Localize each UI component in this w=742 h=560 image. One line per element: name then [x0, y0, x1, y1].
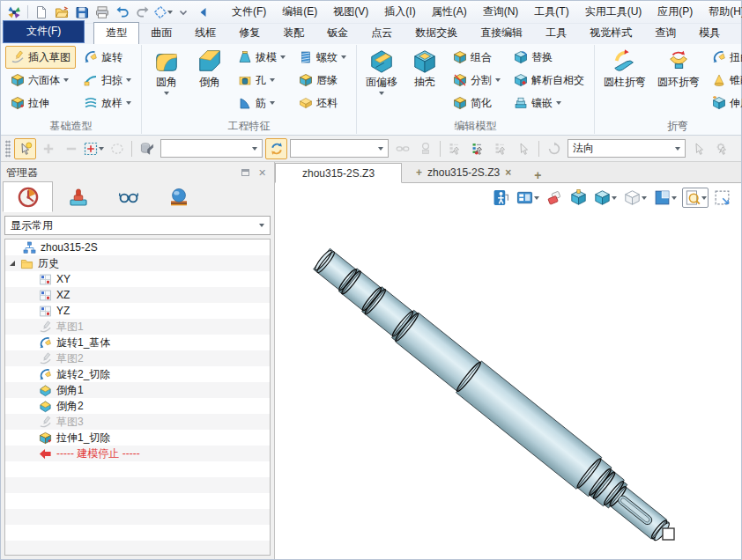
- button-lip[interactable]: 唇缘: [293, 69, 352, 92]
- menu-attributes[interactable]: 属性(A): [424, 1, 475, 23]
- customize-qat-button[interactable]: [174, 4, 193, 21]
- pick-filter-button[interactable]: [14, 138, 36, 159]
- menu-inquire[interactable]: 查询(N): [475, 1, 527, 23]
- entity-filter-button[interactable]: [136, 138, 158, 159]
- view-layout-button[interactable]: [652, 188, 679, 208]
- button-thread[interactable]: 螺纹: [293, 46, 352, 69]
- manager-tab-history[interactable]: [3, 181, 53, 212]
- button-revolve[interactable]: 旋转: [78, 46, 137, 69]
- menu-help[interactable]: 帮助(H): [701, 1, 742, 23]
- animation-button[interactable]: [515, 188, 541, 208]
- button-draft[interactable]: 拔模: [233, 46, 291, 69]
- button-simplify[interactable]: 简化: [448, 92, 506, 114]
- new-tab-button[interactable]: +: [525, 168, 550, 182]
- tree-item-model-stop[interactable]: ----- 建模停止 -----: [5, 446, 270, 461]
- selection-set-combo[interactable]: [290, 139, 389, 158]
- button-loft[interactable]: 放样: [78, 92, 137, 114]
- direction-combo[interactable]: 法向: [568, 139, 686, 158]
- undo-button[interactable]: [113, 4, 132, 21]
- tree-item-revolve1-base[interactable]: 旋转1_基体: [5, 335, 270, 350]
- ribbon-tab-visual-style[interactable]: 视觉样式: [578, 23, 643, 44]
- tree-item-plane-yz[interactable]: YZ: [5, 303, 270, 319]
- ribbon-tab-tools[interactable]: 工具: [534, 23, 578, 44]
- manager-close-button[interactable]: ✕: [256, 166, 269, 179]
- exit-part-button[interactable]: [491, 188, 511, 208]
- tree-item-sketch2[interactable]: 草图2: [5, 350, 270, 366]
- button-shell[interactable]: 抽壳: [404, 46, 445, 92]
- button-twist[interactable]: 扭曲: [707, 46, 742, 69]
- button-insert-sketch[interactable]: 插入草图: [5, 46, 76, 69]
- tree-item-history-folder[interactable]: 历史: [5, 255, 270, 271]
- ribbon-tab-data-exchange[interactable]: 数据交换: [404, 23, 469, 44]
- filter-combo[interactable]: [160, 139, 263, 158]
- ribbon-tab-point-cloud[interactable]: 点云: [360, 23, 404, 44]
- wireframe-display-button[interactable]: [622, 188, 649, 208]
- button-hole[interactable]: 孔: [233, 69, 291, 92]
- button-divide[interactable]: 分割: [448, 69, 506, 92]
- button-block[interactable]: 六面体: [5, 69, 76, 92]
- button-toroidal-bend[interactable]: 圆环折弯: [653, 46, 704, 92]
- collapse-button[interactable]: [194, 4, 213, 21]
- menu-file[interactable]: 文件(F): [224, 1, 274, 23]
- button-resolve-self-intersection[interactable]: 解析自相交: [508, 69, 590, 92]
- print-button[interactable]: [93, 4, 112, 21]
- open-file-button[interactable]: [52, 4, 71, 21]
- pick-list-active-button[interactable]: [467, 138, 489, 159]
- ribbon-tab-direct-edit[interactable]: 直接编辑: [469, 23, 534, 44]
- ribbon-tab-assembly[interactable]: 装配: [271, 23, 315, 44]
- ribbon-tab-mold[interactable]: 模具: [687, 23, 731, 44]
- tree-item-chamfer1[interactable]: 倒角1: [5, 382, 270, 398]
- tree-expander-icon[interactable]: [10, 261, 15, 266]
- tree-item-chamfer2[interactable]: 倒角2: [5, 398, 270, 414]
- manager-tab-visibility[interactable]: [103, 182, 153, 212]
- document-tab-doc-1[interactable]: zhou315-2S.Z3: [275, 163, 402, 183]
- menu-edit[interactable]: 编辑(E): [274, 1, 325, 23]
- ribbon-tab-surface[interactable]: 曲面: [139, 23, 183, 44]
- menu-tools[interactable]: 工具(T): [526, 1, 576, 23]
- new-document-button[interactable]: [32, 4, 51, 21]
- auto-regen-button[interactable]: [265, 138, 287, 159]
- tree-item-plane-xy[interactable]: XY: [5, 271, 270, 287]
- box-pick-button[interactable]: [83, 138, 105, 159]
- model-viewport[interactable]: [275, 183, 741, 559]
- button-taper[interactable]: 锥削: [707, 69, 742, 92]
- shaded-display-button[interactable]: [592, 188, 619, 208]
- document-tab-doc-2[interactable]: +zhou315-2S.Z3×: [402, 162, 525, 182]
- button-combine[interactable]: 组合: [448, 46, 506, 69]
- pick-target-button[interactable]: [153, 4, 173, 21]
- menu-view[interactable]: 视图(V): [325, 1, 376, 23]
- ribbon-tab-inquire[interactable]: 查询: [643, 23, 687, 44]
- toolbar-drag-handle[interactable]: [5, 140, 11, 158]
- save-file-button[interactable]: [72, 4, 92, 21]
- tree-item-revolve2-cut[interactable]: 旋转2_切除: [5, 366, 270, 382]
- display-filter-dropdown[interactable]: 显示常用: [4, 216, 271, 235]
- button-cylindrical-bend[interactable]: 圆柱折弯: [599, 46, 650, 92]
- manager-tab-input[interactable]: [53, 182, 103, 212]
- button-extrude[interactable]: 拉伸: [5, 92, 76, 114]
- manager-tab-render[interactable]: [153, 182, 204, 212]
- button-chamfer[interactable]: 倒角: [189, 46, 230, 92]
- button-replace[interactable]: 替换: [508, 46, 590, 69]
- close-tab-icon[interactable]: ×: [505, 166, 511, 179]
- tree-item-plane-xz[interactable]: XZ: [5, 287, 270, 303]
- zoom-mode-button[interactable]: [682, 188, 709, 208]
- button-stretch[interactable]: 伸展: [707, 92, 742, 114]
- erase-blank-button[interactable]: [545, 188, 565, 208]
- button-inlay[interactable]: 镶嵌: [508, 92, 590, 114]
- ribbon-tab-wireframe[interactable]: 线框: [183, 23, 227, 44]
- menu-insert[interactable]: 插入(I): [376, 1, 423, 23]
- manager-float-button[interactable]: [239, 166, 252, 179]
- tree-item-extrude1-cut[interactable]: 拉伸1_切除: [5, 430, 270, 446]
- ribbon-tab-sheet-metal[interactable]: 钣金: [315, 23, 360, 44]
- datum-display-button[interactable]: [568, 188, 589, 208]
- shaft-model[interactable]: [275, 183, 741, 559]
- redo-button[interactable]: [133, 4, 152, 21]
- button-face-offset[interactable]: 面偏移: [361, 46, 402, 97]
- tree-item-sketch3[interactable]: 草图3: [5, 414, 270, 430]
- ribbon-tab-shape[interactable]: 造型: [93, 22, 139, 44]
- tree-item-sketch1[interactable]: 草图1: [5, 319, 270, 335]
- button-fillet[interactable]: 圆角: [146, 46, 187, 97]
- menu-utilities[interactable]: 实用工具(U): [577, 1, 650, 23]
- button-stock[interactable]: 坯料: [293, 92, 352, 114]
- ribbon-tab-file[interactable]: 文件(F): [3, 20, 85, 43]
